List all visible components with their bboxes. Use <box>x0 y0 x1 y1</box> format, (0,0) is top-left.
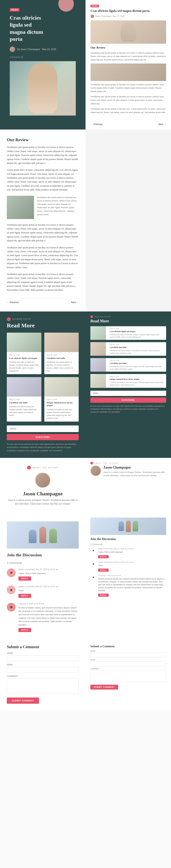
comment-content-2: addde commented, May 23, 2020 at 10:22 a… <box>19 586 79 598</box>
post-date-3: May 23, 2020 <box>9 399 39 400</box>
reply-btn-2[interactable]: REPLY <box>19 594 31 598</box>
post-list-title-1: Cras ultricies ligula sed magna <box>110 330 164 333</box>
post-list-item-2: May 23, 2020 Curabitur non nulla Vestibu… <box>90 342 166 356</box>
right-empty-col <box>86 129 171 311</box>
author-right-content: Jason Champagne Jason is a content creat… <box>90 465 166 477</box>
right-prev-link[interactable]: Previous <box>90 123 103 126</box>
author-dot-left <box>27 466 31 469</box>
r-person-1 <box>118 521 124 531</box>
post-card-body-2: May 23, 2020 Curabitur non nulla Vestibu… <box>44 352 79 374</box>
review-para3: Vestibulum ante ipsum primis in faucibus… <box>7 223 79 243</box>
hero-meta: By Jason Champagne May 23, 2020 <box>10 46 76 52</box>
comment-item-3: ★ February 5, 2020 at 10:30 am Et enim a… <box>7 603 79 632</box>
left-prev-link[interactable]: Previous <box>7 301 19 304</box>
comments-section-right: Join the Discussion 3 Comments ★ addde c… <box>86 514 171 645</box>
r-comment-date-3: February 5, 2020 at 10:30 am <box>98 575 166 577</box>
author-section: ABOUT THE AUTHOR Jason Champagne Jason i… <box>0 458 171 514</box>
comment-avatar-1: ★ <box>7 568 16 577</box>
related-posts-left: RELATED POSTS Read More May 23, 2020 Cra… <box>0 311 86 458</box>
news-badge-right: NEWS <box>90 5 99 7</box>
hero-left: NEWS Cras ultricies ligula sed magna dic… <box>0 0 86 129</box>
person-fig-1 <box>29 530 36 543</box>
comment-content-1: addde commented, May 23, 2020 at 10:22 a… <box>19 568 79 581</box>
author-text-right: Jason Champagne Jason is a content creat… <box>104 465 166 477</box>
email-input-left[interactable] <box>7 667 79 673</box>
person-fig-2 <box>39 527 46 543</box>
right-article-date: May 23, 2020 <box>113 15 124 17</box>
author-section-left: ABOUT THE AUTHOR Jason Champagne Jason i… <box>0 458 86 514</box>
post-card-body-1: May 23, 2020 Cras ultricies ligula sed m… <box>7 352 41 374</box>
hero-avatar <box>10 46 15 52</box>
r-comment-date-2: addde commented, May 23, 2020 at 10:22 a… <box>98 561 166 563</box>
comment-content-3: February 5, 2020 at 10:30 am Et enim ad … <box>19 603 79 632</box>
name-input-left[interactable] <box>7 655 79 661</box>
post-card-2: May 23, 2020 Curabitur non nulla Vestibu… <box>44 333 79 374</box>
related-heading-left: Read More <box>7 322 79 329</box>
newsletter-email-input-left[interactable] <box>7 426 79 432</box>
reply-btn-3[interactable]: REPLY <box>19 628 31 632</box>
right-article-title: Cras ultricies ligula sed magna dictum p… <box>90 9 166 13</box>
hero-date: May 23, 2020 <box>42 48 56 51</box>
comment-avatar-3: ★ <box>7 603 16 612</box>
right-review-heading: Our Review <box>90 46 166 49</box>
post-list-title-4: Integer euismod lacus luctus magna <box>110 378 164 380</box>
review-inline-text: Vestibulum ante ipsum primis in faucibus… <box>37 196 79 219</box>
left-pagination: Previous Next <box>7 298 79 304</box>
post-list-date-4: May 23, 2020 <box>110 376 164 377</box>
comments-heading-left: Join the Discussion <box>7 553 79 558</box>
right-review-section: Our Review Vestibulum ante ipsum primis … <box>90 46 166 114</box>
author-badge-right: ABOUT THE AUTHOR <box>90 462 166 464</box>
post-date-4: May 23, 2020 <box>47 399 77 400</box>
right-article-col: NEWS Cras ultricies ligula sed magna dic… <box>86 0 171 129</box>
post-list-item-4: May 23, 2020 Integer euismod lacus luctu… <box>90 374 166 388</box>
submit-btn-left[interactable]: SUBMIT COMMENT <box>7 698 39 704</box>
r-person-2 <box>126 520 131 532</box>
comment-date-1: addde commented, May 23, 2020 at 10:22 a… <box>19 568 79 570</box>
post-list-body-2: May 23, 2020 Curabitur non nulla Vestibu… <box>108 342 166 356</box>
author-bio-right: Jason is a content creator at Elegant Th… <box>104 470 166 477</box>
post-list-date-1: May 23, 2020 <box>110 328 164 330</box>
post-list-date-2: May 23, 2020 <box>110 344 164 345</box>
reply-btn-1[interactable]: REPLY <box>19 577 31 581</box>
left-next-link[interactable]: Next <box>71 301 79 304</box>
email-input-right[interactable] <box>90 661 166 666</box>
email-label-left: EMAIL <box>7 663 79 666</box>
related-label-left: RELATED POSTS <box>12 318 31 320</box>
newsletter-text-right: At vero eos et accusamus et iusto odio d… <box>90 405 166 413</box>
comment-textarea-right[interactable] <box>90 670 166 682</box>
post-list-img-4 <box>90 374 106 388</box>
comment-textarea-left[interactable] <box>7 678 79 694</box>
post-date-2: May 23, 2020 <box>47 354 77 356</box>
newsletter-subscribe-btn-right[interactable]: SUBSCRIBE <box>90 398 166 403</box>
submit-btn-right[interactable]: SUBMIT COMMENT <box>90 685 118 689</box>
news-badge-left: NEWS <box>10 8 20 11</box>
related-heading-right: Read More <box>90 319 166 323</box>
right-next-link[interactable]: Next <box>159 123 166 126</box>
r-comment-date-1: addde commented, May 23, 2020 at 10:22 a… <box>98 548 166 550</box>
author-label-right: ABOUT THE AUTHOR <box>94 462 118 464</box>
author-avatar-right <box>90 465 101 476</box>
r-person-3 <box>133 521 138 531</box>
related-posts-section: RELATED POSTS Read More May 23, 2020 Cra… <box>0 311 171 458</box>
r-reply-btn-2[interactable]: REPLY <box>98 568 109 572</box>
r-comment-item-2: ★ addde commented, May 23, 2020 at 10:22… <box>90 561 166 572</box>
post-text-4: Curabitur non nulla sit amet nisl tempus… <box>47 408 77 420</box>
r-reply-btn-1[interactable]: REPLY <box>98 555 109 558</box>
comment-item-1: ★ addde commented, May 23, 2020 at 10:22… <box>7 568 79 581</box>
newsletter-subscribe-btn-left[interactable]: SUBSCRIBE <box>7 434 79 440</box>
r-reply-btn-3[interactable]: REPLY <box>98 594 109 597</box>
post-card-img-4 <box>44 377 79 397</box>
submit-section: Submit a Comment NAME EMAIL COMMENT SUBM… <box>0 645 171 712</box>
comment-item-2: ★ addde commented, May 23, 2020 at 10:22… <box>7 586 79 598</box>
r-comment-avatar-2: ★ <box>90 561 96 567</box>
newsletter-right: SUBSCRIBE At vero eos et accusamus et iu… <box>90 391 166 413</box>
review-para5: Vestibulum ante ipsum primis in faucibus… <box>7 272 79 292</box>
post-list-text-4: Curabitur non nulla sit amet nisl tempus… <box>110 381 164 386</box>
post-list-title-2: Curabitur non nulla <box>110 346 164 348</box>
newsletter-email-input-right[interactable] <box>90 391 166 396</box>
right-article-meta: Jason Champagne May 23, 2020 <box>90 14 166 18</box>
post-list-body-4: May 23, 2020 Integer euismod lacus luctu… <box>108 374 166 388</box>
name-label-left: NAME <box>7 652 79 654</box>
name-input-right[interactable] <box>90 652 166 657</box>
hero-decoration-circle <box>58 0 74 12</box>
